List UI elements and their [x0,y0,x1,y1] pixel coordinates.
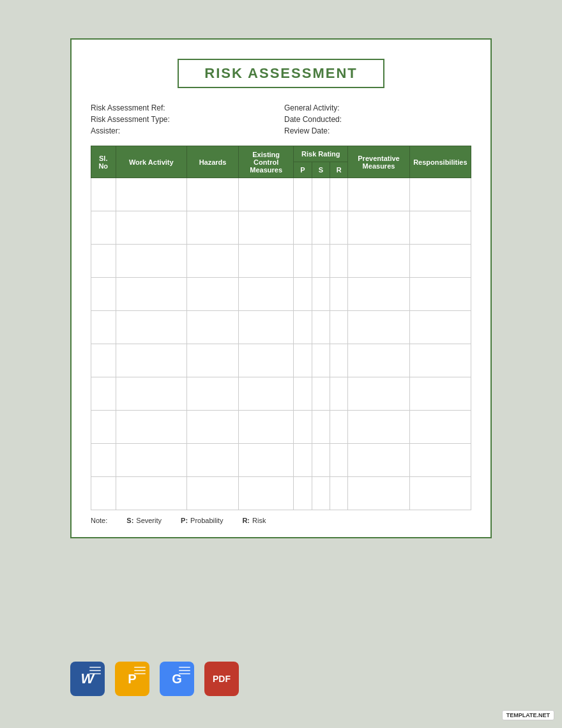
table-row [91,444,471,477]
document-container: RISK ASSESSMENT Risk Assessment Ref: Gen… [70,38,492,538]
header-slno: Sl. No [91,146,116,178]
table-row [91,477,471,510]
template-badge: TEMPLATE.NET [502,710,554,720]
note-label: Note: [91,517,107,524]
meta-section: Risk Assessment Ref: General Activity: R… [91,103,471,135]
general-label: General Activity: [284,103,471,112]
header-s: S [312,162,330,178]
note-section: Note: S: Severity P: Probability R: Risk [91,517,471,524]
app-icons-bar: W P G PDF [70,662,239,696]
ref-label: Risk Assessment Ref: [91,103,278,112]
type-label: Risk Assessment Type: [91,115,278,124]
table-row [91,211,471,245]
table-row [91,411,471,444]
table-row [91,178,471,211]
table-row [91,278,471,311]
header-r: R [330,162,347,178]
table-row [91,377,471,411]
table-row [91,344,471,377]
pdf-icon[interactable]: PDF [204,662,239,696]
table-row [91,245,471,278]
table-row [91,311,471,344]
header-risk-rating: Risk Rating [294,146,348,162]
note-severity: S: Severity [126,517,162,524]
header-responsibilities: Responsibilities [409,146,471,178]
pages-icon[interactable]: P [115,662,149,696]
docs-icon[interactable]: G [160,662,194,696]
header-hazards: Hazards [187,146,239,178]
note-probability: P: Probability [181,517,223,524]
review-label: Review Date: [284,126,471,135]
word-icon[interactable]: W [70,662,105,696]
assister-label: Assister: [91,126,278,135]
note-risk: R: Risk [242,517,266,524]
title-box: RISK ASSESSMENT [91,59,471,88]
date-label: Date Conducted: [284,115,471,124]
header-ecm: Existing Control Measures [239,146,294,178]
header-pm: Preventative Measures [348,146,409,178]
page-title: RISK ASSESSMENT [178,59,384,88]
header-work: Work Activity [116,146,186,178]
risk-table: Sl. No Work Activity Hazards Existing Co… [91,146,471,510]
header-p: P [294,162,312,178]
